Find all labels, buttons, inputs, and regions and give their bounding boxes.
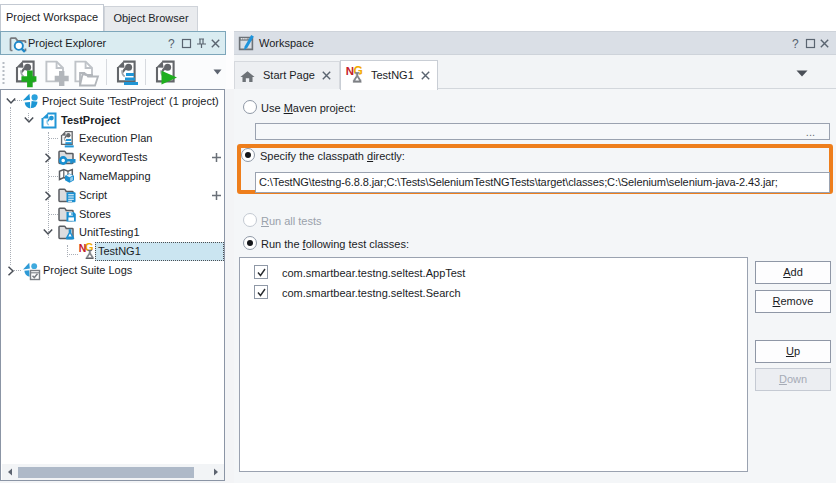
svg-text:N: N xyxy=(346,65,354,77)
svg-text:N: N xyxy=(79,242,87,254)
